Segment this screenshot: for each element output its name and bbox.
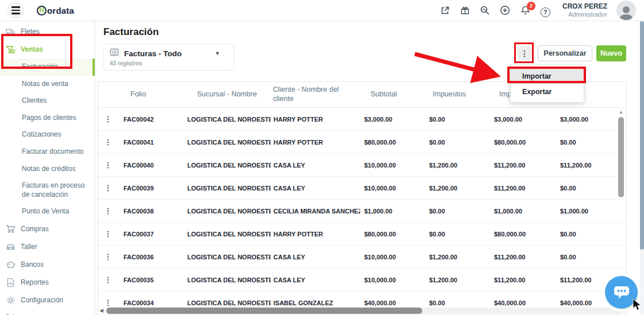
horizontal-scroll-thumb[interactable] xyxy=(106,308,422,314)
more-options-button[interactable]: ⋮ xyxy=(517,45,532,61)
sidebar-item-fletes[interactable]: Fletes xyxy=(0,23,95,41)
sidebar-item-facturacion[interactable]: Facturación xyxy=(0,59,95,76)
external-link-icon[interactable] xyxy=(439,5,450,16)
plus-icon[interactable] xyxy=(500,5,511,16)
list-view-icon xyxy=(110,48,119,59)
table-horizontal-scrollbar[interactable]: ◀ xyxy=(99,307,623,314)
vertical-scroll-thumb[interactable] xyxy=(618,117,624,197)
chevron-down-icon: ▼ xyxy=(215,50,220,56)
avatar[interactable] xyxy=(616,1,636,20)
cell-total: $11,200.00 xyxy=(490,277,556,283)
table-row[interactable]: ⋮FAC00039LOGISTICA DEL NOROESTECASA LEY$… xyxy=(98,177,626,200)
sidebar-item-facturas-en-proceso-de-cancelacion[interactable]: Facturas en proceso de cancelación xyxy=(0,177,95,203)
cell-impuestos: $0.00 xyxy=(425,116,490,123)
cell-cliente: CASA LEY xyxy=(271,162,360,169)
personalize-button[interactable]: Personalizar xyxy=(538,45,592,61)
table-row[interactable]: ⋮FAC00040LOGISTICA DEL NOROESTECASA LEY$… xyxy=(98,154,626,177)
truck-icon xyxy=(6,27,16,37)
table-row[interactable]: ⋮FAC00042LOGISTICA DEL NOROESTEHARRY POT… xyxy=(98,108,626,131)
user-info[interactable]: CROX PEREZ Administrador xyxy=(562,2,607,18)
cell-folio: FAC00034 xyxy=(118,300,183,306)
horizontal-scroll-track[interactable] xyxy=(106,308,623,314)
table-body: ⋮FAC00042LOGISTICA DEL NOROESTEHARRY POT… xyxy=(98,108,626,314)
search-icon[interactable] xyxy=(480,5,491,16)
view-selector[interactable]: Facturas - Todo ▼ 43 registros xyxy=(103,44,234,71)
logo-text: ordata xyxy=(47,6,74,15)
sidebar-item-cotizaciones[interactable]: Cotizaciones xyxy=(0,126,95,143)
cell-subtotal: $1,000.00 xyxy=(360,208,425,215)
cell-saldo: $1,000.00 xyxy=(556,208,619,215)
gift-icon[interactable] xyxy=(460,5,471,16)
row-actions-icon[interactable]: ⋮ xyxy=(98,252,118,261)
sidebar-item-label: Bancos xyxy=(21,260,44,270)
page-scrollbar[interactable] xyxy=(640,21,644,315)
table-row[interactable]: ⋮FAC00038LOGISTICA DEL NOROESTECECILIA M… xyxy=(98,200,626,223)
table-row[interactable]: ⋮FAC00037LOGISTICA DEL NOROESTEHARRY POT… xyxy=(98,223,626,246)
cell-saldo: $0.00 xyxy=(556,254,619,260)
row-actions-icon[interactable]: ⋮ xyxy=(98,230,118,238)
cell-impuestos: $1,200.00 xyxy=(425,277,490,283)
cell-total: $40,000.00 xyxy=(490,300,556,306)
sidebar-item-label: Notas de créditos xyxy=(22,165,75,174)
help-icon[interactable]: ? xyxy=(540,7,551,18)
cell-total: $80,000.00 xyxy=(490,231,556,238)
menu-item-importar[interactable]: Importar xyxy=(511,68,584,84)
row-actions-icon[interactable]: ⋮ xyxy=(98,298,118,307)
column-header-sucursal-nombre[interactable]: Sucursal - Nombre xyxy=(183,90,271,99)
sales-icon xyxy=(6,45,16,55)
more-options-menu: Importar Exportar xyxy=(510,65,584,103)
cell-saldo: $0.00 xyxy=(556,139,619,146)
cell-impuestos: $1,200.00 xyxy=(425,254,490,260)
sidebar-item-notas-de-venta[interactable]: Notas de venta xyxy=(0,76,95,93)
table-row[interactable]: ⋮FAC00041LOGISTICA DEL NOROESTEHARRY POT… xyxy=(98,131,626,154)
row-actions-icon[interactable]: ⋮ xyxy=(98,275,118,284)
sidebar-item-clientes[interactable]: Clientes xyxy=(0,92,95,110)
sidebar-item-configuracion[interactable]: Configuración xyxy=(0,291,95,309)
sidebar-item-label: Compras xyxy=(21,225,49,234)
user-role: Administrador xyxy=(562,11,607,18)
sidebar-item-herramientas[interactable]: Herramientas xyxy=(0,309,95,315)
cell-sucursal: LOGISTICA DEL NOROESTE xyxy=(183,208,271,215)
table-row[interactable]: ⋮FAC00036LOGISTICA DEL NOROESTECASA LEY$… xyxy=(98,246,626,269)
column-header-subtotal[interactable]: Subtotal xyxy=(360,90,425,99)
column-header-impuestos[interactable]: Impuestos xyxy=(425,90,490,99)
chat-widget-button[interactable] xyxy=(605,276,638,309)
cell-sucursal: LOGISTICA DEL NOROESTE xyxy=(183,277,271,283)
cell-cliente: HARRY POTTER xyxy=(271,231,360,238)
sidebar-item-punto-de-venta[interactable]: Punto de Venta xyxy=(0,203,95,220)
table-row[interactable]: ⋮FAC00035LOGISTICA DEL NOROESTECASA LEY$… xyxy=(98,269,626,291)
row-actions-icon[interactable]: ⋮ xyxy=(98,115,118,123)
row-actions-icon[interactable]: ⋮ xyxy=(98,161,118,169)
topbar-actions: 2 ? CROX PEREZ Administrador xyxy=(439,1,644,20)
sidebar-item-taller[interactable]: Taller xyxy=(0,238,95,256)
sidebar-item-compras[interactable]: Compras xyxy=(0,220,95,238)
page-scroll-thumb[interactable] xyxy=(640,21,644,250)
row-actions-icon[interactable]: ⋮ xyxy=(98,207,118,215)
column-header-cliente-nombre-del-cliente[interactable]: Cliente - Nombre del cliente xyxy=(271,85,360,103)
new-button[interactable]: Nuevo xyxy=(596,45,626,61)
cell-saldo: $11,200.00 xyxy=(556,162,619,169)
chat-bubble-icon xyxy=(612,284,631,301)
cell-saldo: $0.00 xyxy=(556,231,619,238)
gear-icon xyxy=(6,295,16,305)
menu-item-exportar[interactable]: Exportar xyxy=(511,84,584,99)
sidebar-item-reportes[interactable]: Reportes xyxy=(0,274,95,291)
bell-icon[interactable]: 2 xyxy=(520,5,531,16)
cell-impuestos: $1,200.00 xyxy=(425,162,490,169)
scroll-up-arrow-icon[interactable]: ▲ xyxy=(618,110,624,115)
sidebar-item-ventas[interactable]: Ventas xyxy=(0,41,95,59)
cell-subtotal: $80,000.00 xyxy=(360,231,425,238)
scroll-left-arrow-icon[interactable]: ◀ xyxy=(99,308,106,313)
cell-saldo: $0.00 xyxy=(556,185,619,192)
hamburger-menu-icon[interactable] xyxy=(7,2,24,19)
row-actions-icon[interactable]: ⋮ xyxy=(98,184,118,192)
sidebar-item-facturar-documento[interactable]: Facturar documento xyxy=(0,143,95,161)
sidebar-item-bancos[interactable]: Bancos xyxy=(0,256,95,274)
cell-sucursal: LOGISTICA DEL NOROESTE xyxy=(183,300,271,306)
sidebar-item-notas-de-creditos[interactable]: Notas de créditos xyxy=(0,161,95,178)
sidebar-item-pagos-de-clientes[interactable]: Pagos de clientes xyxy=(0,110,95,127)
column-header-folio[interactable]: Folio xyxy=(118,90,183,99)
cell-total: $1,000.00 xyxy=(490,208,556,215)
row-actions-icon[interactable]: ⋮ xyxy=(98,138,118,146)
cell-sucursal: LOGISTICA DEL NOROESTE xyxy=(183,139,271,146)
